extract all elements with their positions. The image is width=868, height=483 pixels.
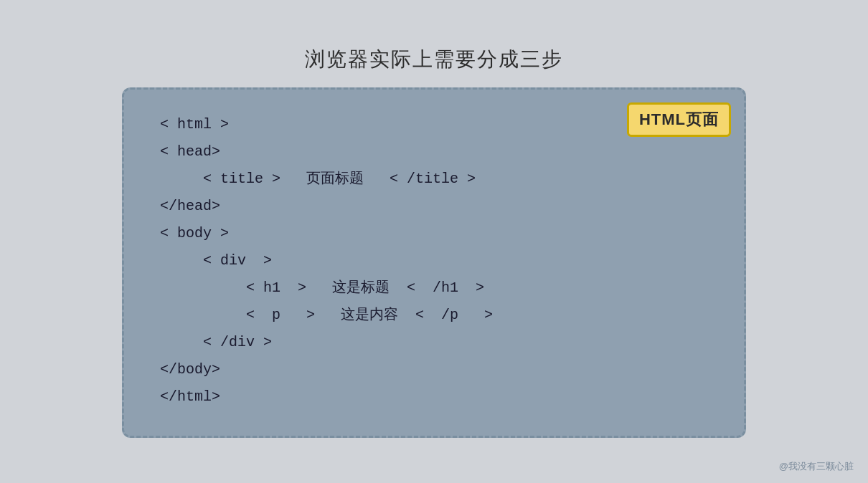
code-line-1: < html > xyxy=(160,111,708,138)
code-block: < html > < head> < title > 页面标题 < /title… xyxy=(160,111,708,411)
html-badge: HTML页面 xyxy=(627,102,731,137)
code-line-9: < /div > xyxy=(160,329,708,356)
code-line-7: < h1 > 这是标题 < /h1 > xyxy=(160,274,708,302)
code-line-10: </body> xyxy=(160,356,708,383)
code-line-6: < div > xyxy=(160,247,708,274)
page-title: 浏览器实际上需要分成三步 xyxy=(305,46,563,73)
code-line-4: </head> xyxy=(160,193,708,220)
code-line-2: < head> xyxy=(160,138,708,166)
code-line-11: </html> xyxy=(160,383,708,411)
code-line-5: < body > xyxy=(160,220,708,247)
code-line-3: < title > 页面标题 < /title > xyxy=(160,166,708,193)
watermark: @我没有三颗心脏 xyxy=(779,460,854,473)
code-container: HTML页面 < html > < head> < title > 页面标题 <… xyxy=(122,87,746,438)
code-line-8: < p > 这是内容 < /p > xyxy=(160,302,708,329)
